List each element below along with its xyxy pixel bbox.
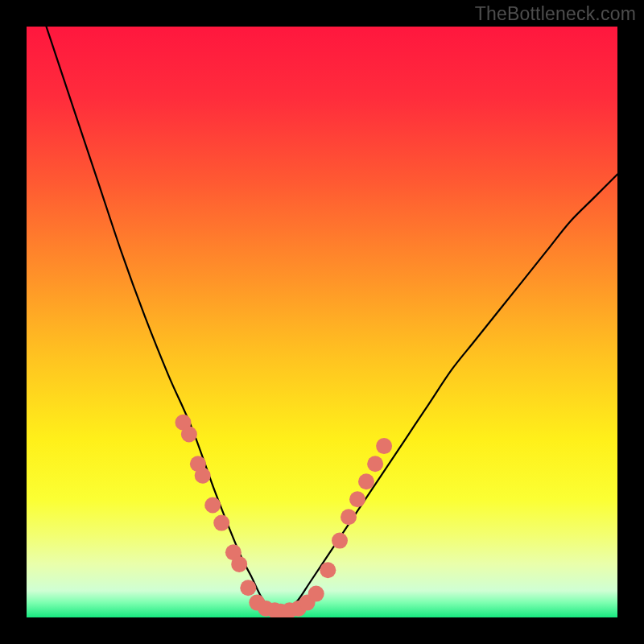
chart-frame: TheBottleneck.com	[0, 0, 644, 644]
scatter-point	[195, 468, 211, 484]
scatter-point	[204, 497, 221, 514]
scatter-point	[341, 509, 357, 525]
scatter-point	[367, 456, 383, 472]
watermark-text: TheBottleneck.com	[475, 3, 636, 25]
scatter-point	[181, 427, 197, 443]
scatter-point	[376, 438, 392, 454]
gradient-background	[27, 27, 617, 617]
scatter-point	[349, 491, 365, 507]
scatter-point	[231, 556, 247, 572]
plot-area	[27, 27, 617, 617]
scatter-point	[358, 473, 374, 489]
scatter-point	[308, 586, 324, 602]
scatter-point	[213, 515, 229, 531]
scatter-point	[240, 580, 256, 596]
chart-svg	[27, 27, 617, 617]
scatter-point	[332, 533, 348, 549]
scatter-point	[320, 562, 336, 578]
